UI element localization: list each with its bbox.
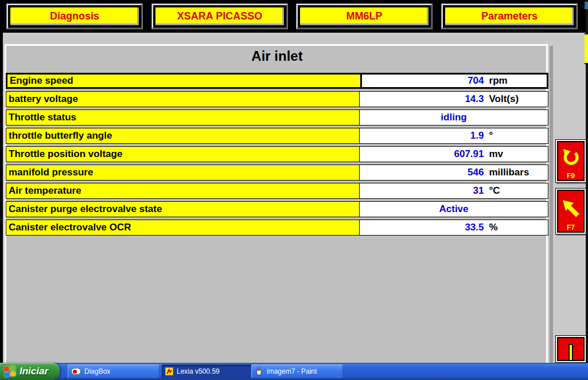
row-value-cell: 31 °C (359, 183, 548, 198)
row-label: Engine speed (7, 75, 360, 87)
row-value: 33.5 (360, 222, 484, 233)
taskbar-item-diagbox[interactable]: DiagBox (68, 365, 159, 378)
row-unit: mv (489, 148, 503, 160)
diagbox-icon (71, 368, 81, 375)
taskbar-item-label: DiagBox (84, 367, 110, 375)
table-row-engine-speed[interactable]: Engine speed 704 rpm (6, 73, 548, 89)
row-value-cell: 1.9 ° (359, 128, 548, 143)
clipped-edge-fragment (585, 33, 588, 64)
nav-button-label: Parameters (481, 10, 538, 22)
row-label: Throttle position voltage (6, 147, 359, 162)
row-unit: rpm (489, 75, 508, 87)
page-title: Air inlet (6, 48, 548, 64)
row-value-cell: 704 rpm (360, 75, 547, 87)
row-value: 546 (360, 167, 484, 178)
nav-button-label: MM6LP (346, 10, 383, 22)
f9-refresh-button[interactable]: F9 (555, 139, 586, 183)
f7-back-button[interactable]: F7 (555, 188, 586, 234)
row-value-cell: Active (359, 202, 548, 217)
row-value-cell: 14.3 Volt(s) (359, 92, 548, 107)
fkey-label: F7 (558, 224, 583, 232)
row-label: Canister purge electrovalve state (6, 202, 359, 217)
row-value: 704 (362, 75, 484, 87)
table-row-throttle-butterfly-angle[interactable]: throttle butterfly angle 1.9 ° (6, 128, 548, 144)
row-unit: millibars (489, 167, 529, 178)
taskbar-item-label: Lexia v500.59 (177, 367, 220, 375)
row-label: manifold pressure (6, 165, 359, 180)
row-value-cell: idling (359, 110, 548, 125)
nav-button-vehicle[interactable]: XSARA PICASSO (152, 4, 287, 29)
start-button[interactable]: Iniciar (0, 363, 60, 380)
arrow-up-left-icon (560, 198, 581, 218)
row-value: Active (360, 203, 548, 215)
taskbar-item-label: imagem7 - Paint (267, 367, 317, 375)
row-unit: °C (489, 185, 500, 197)
taskbar: Iniciar DiagBox Lexia v500.59 imagem7 - … (0, 363, 588, 380)
row-label: battery voltage (6, 92, 359, 107)
row-label: Throttle status (6, 110, 359, 125)
row-label: throttle butterfly angle (6, 128, 359, 143)
clipped-edge-fragment (585, 2, 588, 9)
row-value: idling (360, 112, 548, 123)
lexia-icon (165, 367, 173, 375)
paint-icon (255, 367, 263, 376)
row-label: Canister electrovalve OCR (6, 220, 359, 235)
parameter-table: Engine speed 704 rpm battery voltage 14.… (6, 73, 548, 238)
row-value: 1.9 (360, 130, 484, 142)
row-value-cell: 33.5 % (359, 220, 548, 235)
row-value: 31 (360, 185, 484, 197)
table-row-throttle-position-voltage[interactable]: Throttle position voltage 607.91 mv (6, 146, 548, 162)
table-row-throttle-status[interactable]: Throttle status idling (6, 109, 548, 126)
table-row-battery-voltage[interactable]: battery voltage 14.3 Volt(s) (6, 91, 548, 107)
exit-bar-icon (568, 344, 573, 361)
table-row-canister-purge-state[interactable]: Canister purge electrovalve state Active (6, 201, 548, 217)
nav-button-parameters[interactable]: Parameters (442, 4, 577, 29)
row-unit: Volt(s) (489, 93, 519, 105)
nav-button-ecu[interactable]: MM6LP (297, 4, 432, 29)
row-unit: ° (489, 130, 493, 142)
row-value-cell: 546 millibars (359, 165, 548, 180)
exit-button[interactable] (555, 335, 586, 363)
row-value-cell: 607.91 mv (359, 147, 548, 162)
row-label: Air temperature (6, 183, 359, 198)
fkey-label: F9 (558, 172, 583, 180)
row-value: 607.91 (360, 148, 484, 160)
row-value: 14.3 (360, 93, 484, 105)
row-unit: % (489, 222, 497, 233)
table-row-air-temperature[interactable]: Air temperature 31 °C (6, 183, 548, 199)
rotate-ccw-icon (561, 148, 581, 168)
table-row-manifold-pressure[interactable]: manifold pressure 546 millibars (6, 164, 548, 181)
windows-flag-icon (3, 365, 16, 378)
taskbar-item-paint[interactable]: imagem7 - Paint (251, 365, 343, 378)
nav-button-label: XSARA PICASSO (177, 10, 262, 22)
taskbar-item-lexia[interactable]: Lexia v500.59 (162, 365, 257, 378)
panel-shadow (550, 46, 553, 363)
table-row-canister-ocr[interactable]: Canister electrovalve OCR 33.5 % (6, 220, 548, 236)
nav-button-diagnosis[interactable]: Diagnosis (7, 4, 142, 29)
nav-button-label: Diagnosis (50, 10, 99, 22)
top-button-bar: Diagnosis XSARA PICASSO MM6LP Parameters (0, 0, 588, 33)
start-button-label: Iniciar (20, 366, 48, 377)
